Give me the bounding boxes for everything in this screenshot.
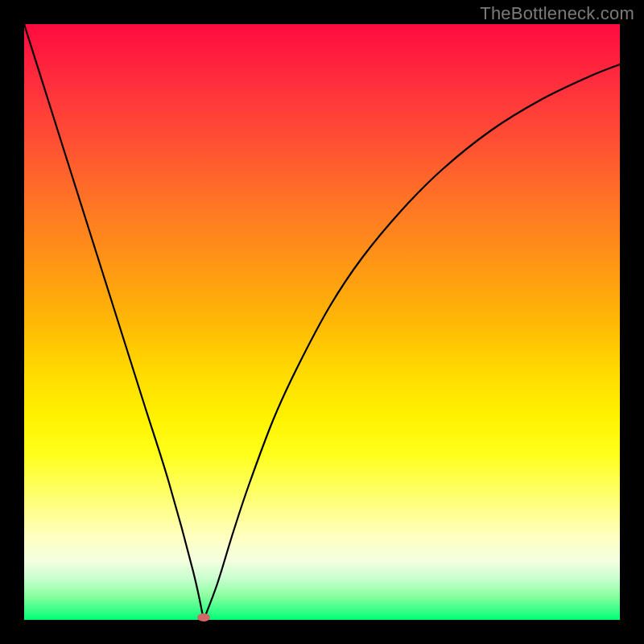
attribution-label: TheBottleneck.com <box>480 3 634 24</box>
plot-area <box>24 24 620 620</box>
bottleneck-marker-icon <box>197 613 210 621</box>
chart-frame: TheBottleneck.com <box>0 0 644 644</box>
bottleneck-curve <box>24 24 620 620</box>
